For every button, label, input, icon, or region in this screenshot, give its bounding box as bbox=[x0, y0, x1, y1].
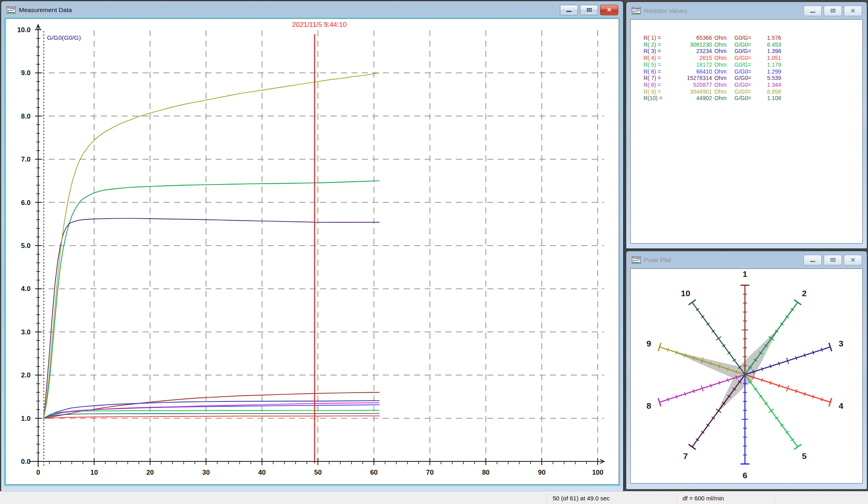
maximize-button[interactable] bbox=[824, 255, 842, 265]
resistance-value: 3081230 bbox=[669, 41, 712, 48]
resistance-unit: Ohm bbox=[712, 61, 730, 68]
close-icon: ✕ bbox=[850, 8, 856, 14]
close-icon: ✕ bbox=[607, 7, 612, 13]
resistor-label: R( 1) = bbox=[644, 35, 669, 41]
ratio-value: 6.453 bbox=[757, 41, 781, 48]
polar-titlebar[interactable]: Polar Plot ✕ bbox=[626, 251, 867, 268]
ratio-label: G/G0= bbox=[734, 88, 757, 95]
chart-window-icon bbox=[632, 256, 641, 264]
svg-text:20: 20 bbox=[146, 469, 154, 476]
svg-text:80: 80 bbox=[482, 469, 490, 476]
resistor-label: R( 8) = bbox=[644, 82, 669, 88]
resistor-values-list: R( 1) =65366OhmG0/G=1.576R( 2) =3081230O… bbox=[644, 35, 781, 102]
svg-text:7: 7 bbox=[683, 451, 688, 461]
polar-plot-window: Polar Plot ✕ 12345678910 bbox=[626, 251, 867, 490]
maximize-button[interactable] bbox=[580, 5, 598, 15]
svg-text:3.0: 3.0 bbox=[21, 328, 31, 336]
svg-text:4.0: 4.0 bbox=[21, 285, 31, 293]
resistor-row: R( 6) =68410OhmG/G0=1.299 bbox=[644, 68, 781, 75]
svg-text:8: 8 bbox=[646, 401, 651, 410]
close-button[interactable]: ✕ bbox=[844, 6, 862, 16]
ratio-value: 1.051 bbox=[757, 55, 781, 61]
svg-text:2: 2 bbox=[802, 289, 807, 298]
svg-text:2.0: 2.0 bbox=[21, 371, 31, 379]
resistance-value: 68410 bbox=[669, 68, 712, 75]
svg-text:10.0: 10.0 bbox=[17, 26, 31, 34]
flow-rate-status: df = 600 ml/min bbox=[683, 495, 724, 502]
ratio-label: G/G0= bbox=[734, 41, 757, 48]
polar-plot-panel[interactable]: 12345678910 bbox=[630, 268, 863, 484]
svg-text:70: 70 bbox=[426, 469, 434, 476]
resistor-titlebar[interactable]: Resistor Values ✕ bbox=[626, 2, 867, 19]
statusbar-divider bbox=[547, 494, 547, 502]
minimize-button[interactable] bbox=[804, 255, 822, 265]
window-title: Resistor Values bbox=[644, 7, 687, 14]
resistor-row: R( 3) =23234OhmG0/G=1.398 bbox=[644, 48, 781, 55]
resistance-value: 15278314 bbox=[669, 75, 712, 82]
ratio-value: 1.576 bbox=[757, 35, 781, 41]
resistance-unit: Ohm bbox=[712, 88, 730, 95]
resistor-values-panel: R( 1) =65366OhmG0/G=1.576R( 2) =3081230O… bbox=[630, 19, 863, 244]
resistance-unit: Ohm bbox=[712, 35, 730, 41]
resistance-value: 3044901 bbox=[669, 88, 712, 95]
resistance-unit: Ohm bbox=[712, 82, 730, 88]
svg-text:6: 6 bbox=[743, 471, 747, 480]
ratio-value: 1.299 bbox=[757, 68, 781, 75]
minimize-icon bbox=[566, 11, 572, 12]
ratio-label: G/G0= bbox=[734, 82, 757, 88]
chart-window-icon bbox=[632, 7, 641, 14]
ratio-label: G0/G= bbox=[734, 35, 757, 41]
line-chart[interactable]: 01020304050607080901000.01.02.03.04.05.0… bbox=[6, 19, 619, 484]
resistance-value: 18172 bbox=[669, 61, 712, 68]
polar-chart[interactable]: 12345678910 bbox=[631, 269, 862, 483]
svg-text:10: 10 bbox=[681, 289, 690, 298]
resistance-unit: Ohm bbox=[712, 55, 730, 61]
ratio-value: 8.858 bbox=[757, 88, 781, 95]
svg-text:9: 9 bbox=[646, 339, 651, 348]
maximize-button[interactable] bbox=[824, 6, 842, 16]
measurement-titlebar[interactable]: Measurement Data ✕ bbox=[1, 1, 623, 18]
ratio-value: 1.344 bbox=[757, 82, 781, 88]
close-button[interactable]: ✕ bbox=[600, 5, 618, 15]
svg-text:1: 1 bbox=[743, 269, 747, 279]
resistance-value: 520877 bbox=[669, 82, 712, 88]
minimize-button[interactable] bbox=[804, 6, 822, 16]
resistor-label: R( 9) = bbox=[644, 88, 669, 95]
cursor-position-status: 50 (of 61) at 49.0 sec bbox=[553, 495, 610, 502]
resistor-row: R( 1) =65366OhmG0/G=1.576 bbox=[644, 35, 781, 41]
resistance-unit: Ohm bbox=[712, 75, 730, 82]
ratio-value: 5.539 bbox=[757, 75, 781, 82]
maximize-icon bbox=[831, 258, 835, 262]
ratio-value: 1.398 bbox=[757, 48, 781, 55]
resistance-value: 65366 bbox=[669, 35, 712, 41]
ratio-value: 1.108 bbox=[757, 95, 781, 102]
resistance-value: 2615 bbox=[669, 55, 712, 61]
close-button[interactable]: ✕ bbox=[844, 255, 862, 265]
svg-text:30: 30 bbox=[202, 469, 210, 476]
svg-text:90: 90 bbox=[538, 469, 546, 476]
svg-text:60: 60 bbox=[370, 469, 378, 476]
svg-text:9.0: 9.0 bbox=[21, 69, 31, 77]
resistor-row: R( 8) =520877OhmG/G0=1.344 bbox=[644, 82, 781, 88]
resistor-row: R( 9) =3044901OhmG/G0=8.858 bbox=[644, 88, 781, 95]
svg-text:2021/11/5 9:44:10: 2021/11/5 9:44:10 bbox=[292, 21, 347, 29]
svg-text:10: 10 bbox=[91, 469, 98, 476]
measurement-data-window: Measurement Data ✕ 010203040506070809010… bbox=[1, 1, 623, 492]
svg-text:6.0: 6.0 bbox=[21, 199, 31, 207]
resistor-row: R( 5) =18172OhmG0/G=1.179 bbox=[644, 61, 781, 68]
resistance-unit: Ohm bbox=[712, 68, 730, 75]
svg-text:3: 3 bbox=[839, 339, 843, 348]
resistor-row: R( 2) =3081230OhmG/G0=6.453 bbox=[644, 41, 781, 48]
resistor-label: R( 5) = bbox=[644, 61, 669, 68]
svg-text:8.0: 8.0 bbox=[21, 113, 31, 120]
maximize-icon bbox=[831, 9, 835, 12]
statusbar-divider bbox=[677, 494, 677, 502]
window-title: Measurement Data bbox=[19, 6, 72, 14]
resistor-label: R( 7) = bbox=[644, 75, 669, 82]
measurement-chart-area[interactable]: 01020304050607080901000.01.02.03.04.05.0… bbox=[5, 18, 619, 485]
svg-text:0.0: 0.0 bbox=[21, 458, 31, 465]
resistor-row: R(10) =44902OhmG/G0=1.108 bbox=[644, 95, 781, 102]
resistance-unit: Ohm bbox=[712, 95, 730, 102]
minimize-button[interactable] bbox=[560, 5, 578, 15]
resistance-unit: Ohm bbox=[712, 41, 730, 48]
